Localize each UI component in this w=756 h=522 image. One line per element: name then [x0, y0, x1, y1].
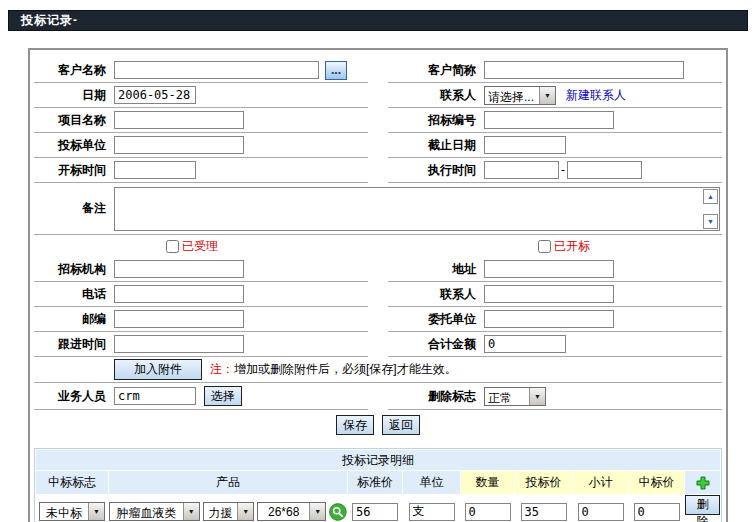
row-follow-time: 跟进时间 [34, 332, 368, 357]
project-name-input[interactable] [114, 111, 244, 129]
accepted-checkbox[interactable] [166, 240, 179, 253]
exec-time-separator: - [561, 163, 565, 177]
exec-time-start-input[interactable] [484, 161, 559, 179]
deadline-input[interactable] [484, 136, 566, 154]
deadline-label: 截止日期 [388, 137, 476, 154]
product-brand-select[interactable]: 力援 ▼ [203, 502, 254, 521]
form-grid: 客户名称 ... 客户简称 日期 联系人 请选择... ▼ 新建联系人 项目名称 [34, 58, 722, 440]
std-price-input[interactable] [352, 503, 398, 521]
bid-no-label: 招标编号 [388, 112, 476, 129]
product-category-select[interactable]: 肿瘤血液类 ▼ [109, 502, 200, 521]
total-amount-input[interactable] [484, 335, 566, 353]
detail-table-title: 投标记录明细 [36, 450, 720, 470]
entrust-unit-input[interactable] [484, 310, 614, 328]
chevron-down-icon[interactable]: ▼ [183, 503, 199, 520]
accepted-label: 已受理 [182, 238, 218, 255]
follow-time-input[interactable] [114, 335, 244, 353]
opened-label: 已开标 [554, 238, 590, 255]
agency-input[interactable] [114, 260, 244, 278]
chevron-down-icon[interactable]: ▼ [539, 87, 555, 104]
detail-table-header-row: 中标标志 产品 标准价 单位 数量 投标价 小计 中标价 [36, 471, 720, 494]
zip-label: 邮编 [34, 311, 106, 328]
row-address: 地址 [388, 257, 722, 282]
scroll-up-icon[interactable]: ▲ [703, 189, 718, 204]
cell-product: 肿瘤血液类 ▼ 力援 ▼ 26*68 ▼ [109, 495, 347, 522]
bid-unit-input[interactable] [114, 136, 244, 154]
add-row-icon[interactable] [696, 476, 710, 490]
add-attachment-button[interactable]: 加入附件 [114, 359, 202, 380]
sales-person-input[interactable] [114, 387, 196, 405]
sales-person-label: 业务人员 [34, 388, 106, 405]
unit-input[interactable] [409, 503, 455, 521]
address-input[interactable] [484, 260, 614, 278]
win-price-input[interactable] [634, 503, 680, 521]
contact-label: 联系人 [388, 87, 476, 104]
row-bid-unit: 投标单位 [34, 133, 368, 158]
project-name-label: 项目名称 [34, 112, 106, 129]
contact2-label: 联系人 [388, 286, 476, 303]
back-button[interactable]: 返回 [382, 415, 420, 435]
chevron-down-icon[interactable]: ▼ [529, 388, 545, 405]
header-win-price: 中标价 [629, 471, 684, 494]
row-remarks: 备注 ▲ ▼ [34, 183, 722, 235]
bid-no-input[interactable] [484, 111, 614, 129]
row-opened: 已开标 [388, 235, 722, 257]
choose-sales-person-button[interactable]: 选择 [204, 386, 242, 406]
row-contact2: 联系人 [388, 282, 722, 307]
cell-quantity [461, 495, 514, 522]
row-bid-no: 招标编号 [388, 108, 722, 133]
header-quantity: 数量 [461, 471, 514, 494]
subtotal-input[interactable] [578, 503, 624, 521]
product-spec-select[interactable]: 26*68 ▼ [257, 502, 326, 521]
exec-time-end-input[interactable] [567, 161, 642, 179]
contact2-input[interactable] [484, 285, 614, 303]
detail-table-title-row: 投标记录明细 [36, 450, 720, 470]
total-amount-label: 合计金额 [388, 336, 476, 353]
customer-short-label: 客户简称 [388, 62, 476, 79]
chevron-down-icon[interactable]: ▼ [237, 503, 253, 520]
header-add [685, 471, 720, 494]
open-time-input[interactable] [114, 161, 196, 179]
delete-row-button[interactable]: 删除 [685, 495, 720, 515]
page-title: 投标记录- [21, 12, 78, 29]
scroll-down-icon[interactable]: ▼ [703, 214, 718, 229]
header-std-price: 标准价 [348, 471, 402, 494]
row-customer-name: 客户名称 ... [34, 58, 368, 83]
delete-flag-select[interactable]: 正常 ▼ [484, 387, 546, 406]
contact-select[interactable]: 请选择... ▼ [484, 86, 556, 105]
customer-short-input[interactable] [484, 61, 684, 79]
quantity-input[interactable] [465, 503, 511, 521]
open-time-label: 开标时间 [34, 162, 106, 179]
form-panel: 客户名称 ... 客户简称 日期 联系人 请选择... ▼ 新建联系人 项目名称 [28, 48, 728, 522]
customer-browse-button[interactable]: ... [325, 61, 347, 80]
detail-table-data-row: 未中标 ▼ 肿瘤血液类 ▼ 力援 ▼ 26*68 ▼ [36, 495, 720, 522]
row-date: 日期 [34, 83, 368, 108]
bid-detail-table: 投标记录明细 中标标志 产品 标准价 单位 数量 投标价 小计 中标价 未中标 … [34, 448, 722, 522]
chevron-down-icon[interactable]: ▼ [309, 503, 325, 520]
win-flag-select[interactable]: 未中标 ▼ [39, 502, 105, 521]
row-sales-person: 业务人员 选择 [34, 383, 368, 410]
product-category-value: 肿瘤血液类 [110, 503, 183, 520]
opened-checkbox[interactable] [538, 240, 551, 253]
chevron-down-icon[interactable]: ▼ [88, 503, 104, 520]
row-zip: 邮编 [34, 307, 368, 332]
search-icon[interactable] [329, 503, 347, 521]
delete-flag-label: 删除标志 [388, 388, 476, 405]
phone-input[interactable] [114, 285, 244, 303]
cell-win-flag: 未中标 ▼ [36, 495, 108, 522]
row-accepted: 已受理 [34, 235, 368, 257]
zip-input[interactable] [114, 310, 244, 328]
row-contact-select: 联系人 请选择... ▼ 新建联系人 [388, 83, 722, 108]
win-flag-value: 未中标 [40, 503, 88, 520]
save-button[interactable]: 保存 [336, 415, 374, 435]
cell-bid-price [515, 495, 572, 522]
cell-unit [403, 495, 460, 522]
remarks-textarea[interactable]: ▲ ▼ [114, 187, 720, 231]
new-contact-link[interactable]: 新建联系人 [566, 87, 626, 104]
bid-price-input[interactable] [521, 503, 567, 521]
customer-name-input[interactable] [114, 61, 319, 79]
follow-time-label: 跟进时间 [34, 336, 106, 353]
row-entrust-unit: 委托单位 [388, 307, 722, 332]
entrust-unit-label: 委托单位 [388, 311, 476, 328]
date-input[interactable] [114, 86, 196, 104]
